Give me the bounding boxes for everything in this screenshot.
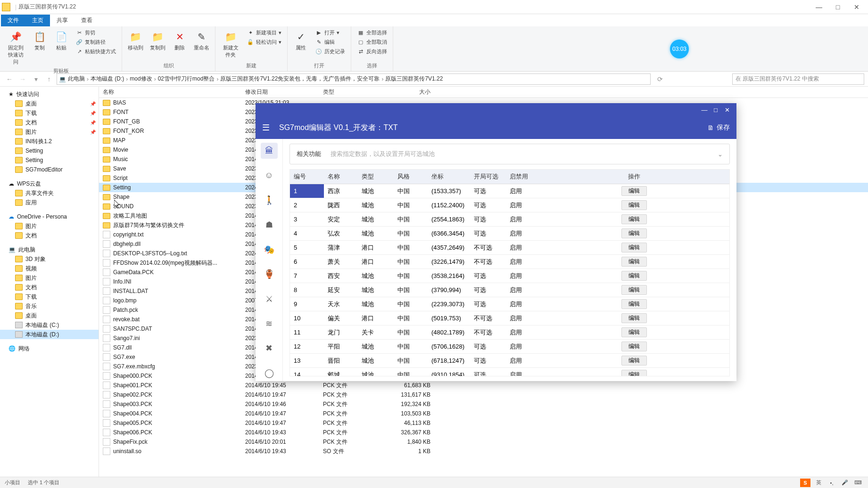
edit-row-button[interactable]: 编辑 xyxy=(621,342,647,351)
breadcrumb-segment[interactable]: ›原版三国群英传7V1.22免安装包，无毒，无广告插件，安全可靠 xyxy=(215,75,380,83)
edit-row-button[interactable]: 编辑 xyxy=(621,285,647,295)
table-row[interactable]: 7西安城池中国(3538,2164)可选启用编辑 xyxy=(290,269,729,283)
table-row[interactable]: 6萧关港口中国(3226,1479)不可选启用编辑 xyxy=(290,255,729,269)
copy-button[interactable]: 📋 复制 xyxy=(30,28,49,52)
edit-row-button[interactable]: 编辑 xyxy=(621,356,647,366)
open-button[interactable]: ▶打开▾ xyxy=(313,28,347,37)
chevron-down-icon[interactable]: ⌄ xyxy=(718,151,723,158)
table-row[interactable]: 14邺城城池中国(9310,1854)可选启用编辑 xyxy=(290,368,729,377)
sidebar-quick-item[interactable]: SG7modEditor xyxy=(0,165,99,174)
breadcrumb-segment[interactable]: ›mod修改 xyxy=(124,75,152,83)
table-row[interactable]: 4弘农城池中国(6366,3454)可选启用编辑 xyxy=(290,227,729,241)
sidenav-flag-icon[interactable]: ☗ xyxy=(261,217,278,233)
paste-shortcut-button[interactable]: ↗粘贴快捷方式 xyxy=(74,47,118,56)
minimize-button[interactable]: — xyxy=(810,0,828,14)
sidebar-quick-item[interactable]: Setting xyxy=(0,155,99,165)
ime-mic-icon[interactable]: 🎤 xyxy=(840,479,850,487)
sidebar-pc-item[interactable]: 下载 xyxy=(0,292,99,301)
copy-to-button[interactable]: 📁复制到 xyxy=(148,28,167,52)
quick-access-header[interactable]: ★快速访问 xyxy=(0,89,99,99)
sidenav-jar-icon[interactable]: 🏺 xyxy=(261,266,278,282)
table-header[interactable]: 坐标 xyxy=(428,170,470,184)
network[interactable]: 🌐网络 xyxy=(0,344,99,353)
file-row[interactable]: Shape006.PCK2014/6/10 19:43PCK 文件326,367… xyxy=(99,428,868,437)
file-row[interactable]: uninstall.so2014/6/10 19:43SO 文件1 KB xyxy=(99,447,868,456)
table-header[interactable]: 启禁用 xyxy=(506,170,539,184)
sidebar-pc-item[interactable]: 本地磁盘 (C:) xyxy=(0,320,99,330)
sidenav-theater-icon[interactable]: 🎭 xyxy=(261,242,278,258)
file-row[interactable]: ShapeFix.pck2014/6/10 20:01PCK 文件1,840 K… xyxy=(99,437,868,447)
edit-row-button[interactable]: 编辑 xyxy=(621,200,647,210)
file-row[interactable]: Shape003.PCK2014/6/10 19:46PCK 文件192,324… xyxy=(99,399,868,409)
sidenav-weapon-icon[interactable]: ⚔ xyxy=(261,291,278,307)
file-row[interactable]: Shape002.PCK2014/6/10 19:47PCK 文件131,617… xyxy=(99,390,868,399)
copy-path-button[interactable]: 🔗复制路径 xyxy=(74,38,118,46)
table-row[interactable]: 8延安城池中国(3790,994)可选启用编辑 xyxy=(290,283,729,297)
tab-share[interactable]: 共享 xyxy=(50,15,74,26)
recent-dropdown[interactable]: ▾ xyxy=(30,73,41,85)
sidebar-pc-item[interactable]: 文档 xyxy=(0,283,99,292)
maximize-button[interactable]: □ xyxy=(828,0,847,14)
table-row[interactable]: 2陇西城池中国(1152,2400)可选启用编辑 xyxy=(290,198,729,212)
table-row[interactable]: 10偏关港口中国(5019,753)不可选启用编辑 xyxy=(290,311,729,325)
edit-row-button[interactable]: 编辑 xyxy=(621,186,647,196)
edit-row-button[interactable]: 编辑 xyxy=(621,271,647,281)
move-to-button[interactable]: 📁移动到 xyxy=(126,28,145,52)
sidenav-wifi-icon[interactable]: ≋ xyxy=(261,316,278,332)
sidebar-quick-item[interactable]: 下载📌 xyxy=(0,108,99,118)
sidebar-quick-item[interactable]: Setting xyxy=(0,146,99,155)
table-row[interactable]: 5蒲津港口中国(4357,2649)不可选启用编辑 xyxy=(290,241,729,255)
sidenav-cross-icon[interactable]: ✖ xyxy=(261,340,278,356)
delete-button[interactable]: ✕删除 xyxy=(170,28,189,52)
sidenav-user-icon[interactable]: ◯ xyxy=(261,365,278,381)
search-input[interactable]: 在 原版三国群英传7V1.22 中搜索 xyxy=(732,73,864,85)
sidebar-onedrive-item[interactable]: 文档 xyxy=(0,231,99,240)
edit-row-button[interactable]: 编辑 xyxy=(621,299,647,309)
sidebar-quick-item[interactable]: 文档📌 xyxy=(0,118,99,127)
search-panel[interactable]: 相关功能 搜索指定数据，以及设置开局可选城池 ⌄ xyxy=(289,144,730,164)
ime-sogou-icon[interactable]: S xyxy=(800,479,810,487)
cut-button[interactable]: ✂剪切 xyxy=(74,28,118,37)
sidebar-onedrive-item[interactable]: 图片 xyxy=(0,221,99,231)
sidebar-pc-item[interactable]: 视频 xyxy=(0,264,99,273)
sidebar-quick-item[interactable]: 图片📌 xyxy=(0,127,99,137)
tab-home[interactable]: 主页 xyxy=(25,15,50,26)
table-row[interactable]: 3安定城池中国(2554,1863)可选启用编辑 xyxy=(290,212,729,227)
edit-button[interactable]: ✎编辑 xyxy=(313,38,347,46)
save-button[interactable]: 🗎 保存 xyxy=(707,123,730,132)
file-row[interactable]: Shape004.PCK2014/6/10 19:47PCK 文件103,503… xyxy=(99,409,868,418)
header-type[interactable]: 类型 xyxy=(323,88,382,96)
new-item-button[interactable]: ✦新建项目▾ xyxy=(245,28,283,37)
sidebar-pc-item[interactable]: 图片 xyxy=(0,273,99,283)
table-row[interactable]: 12平阳城池中国(5706,1628)可选启用编辑 xyxy=(290,340,729,354)
ime-lang[interactable]: 英 xyxy=(813,479,824,487)
breadcrumb-segment[interactable]: ›原版三国群英传7V1.22 xyxy=(380,75,443,83)
select-all-button[interactable]: ▦全部选择 xyxy=(355,28,389,37)
breadcrumb-segment[interactable]: ›02雪中悍刀行mod整合 xyxy=(152,75,215,83)
sidenav-city-icon[interactable]: 🏛 xyxy=(261,143,278,159)
tab-view[interactable]: 查看 xyxy=(74,15,99,26)
hamburger-icon[interactable]: ☰ xyxy=(262,122,270,133)
sidebar-pc-item[interactable]: 3D 对象 xyxy=(0,254,99,264)
back-button[interactable]: ← xyxy=(4,73,15,85)
pin-button[interactable]: 📌 固定到快速访问 xyxy=(4,28,27,66)
tab-file[interactable]: 文件 xyxy=(1,15,25,26)
apps-folder[interactable]: 应用 xyxy=(0,198,99,207)
header-size[interactable]: 大小 xyxy=(382,88,436,96)
table-row[interactable]: 13晋阳城池中国(6718,1247)可选启用编辑 xyxy=(290,354,729,368)
history-button[interactable]: 🕓历史记录 xyxy=(313,47,347,56)
ime-keyboard-icon[interactable]: ⌨ xyxy=(853,479,863,487)
edit-row-button[interactable]: 编辑 xyxy=(621,370,647,376)
table-row[interactable]: 11龙门关卡中国(4802,1789)不可选启用编辑 xyxy=(290,325,729,340)
new-folder-button[interactable]: 📁新建文件夹 xyxy=(219,28,242,59)
sidebar-pc-item[interactable]: 桌面 xyxy=(0,311,99,320)
table-header[interactable]: 类型 xyxy=(358,170,394,184)
edit-row-button[interactable]: 编辑 xyxy=(621,327,647,337)
sidenav-person-icon[interactable]: ☺ xyxy=(261,167,278,183)
table-row[interactable]: 1西凉城池中国(1533,357)可选启用编辑 xyxy=(290,184,729,198)
header-name[interactable]: 名称 xyxy=(99,88,245,96)
header-date[interactable]: 修改日期 xyxy=(245,88,323,96)
invert-button[interactable]: ⇄反向选择 xyxy=(355,47,389,56)
ime-punct-icon[interactable]: •, xyxy=(827,479,837,487)
table-row[interactable]: 9天水城池中国(2239,3073)可选启用编辑 xyxy=(290,297,729,311)
